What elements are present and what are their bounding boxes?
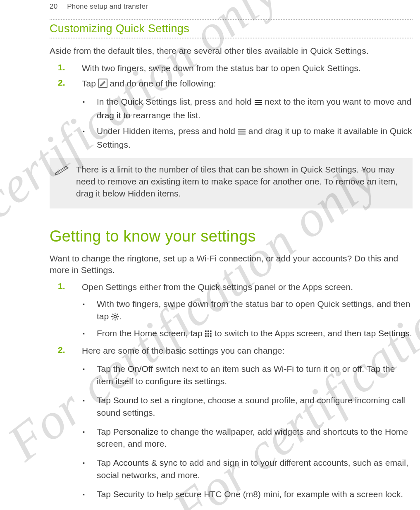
bullet: Tap Security to help secure HTC One (m8)… xyxy=(82,488,413,500)
drag-handle-icon xyxy=(254,97,262,109)
step-number: 1. xyxy=(50,281,82,340)
step-number: 2. xyxy=(50,78,82,151)
bullet: Tap Accounts & sync to add and sign in t… xyxy=(82,457,413,481)
step-1: 1. Open Settings either from the Quick s… xyxy=(50,281,413,340)
steps-list: 1. With two fingers, swipe down from the… xyxy=(50,62,413,151)
svg-rect-16 xyxy=(205,330,207,332)
text: Tap xyxy=(97,458,113,467)
text: Here are some of the basic settings you … xyxy=(82,346,284,355)
apps-grid-icon xyxy=(205,328,212,341)
intro-text: Want to change the ringtone, set up a Wi… xyxy=(50,253,413,275)
svg-rect-21 xyxy=(210,333,212,335)
text: and do one of the following: xyxy=(110,79,216,88)
bullet: With two fingers, swipe down from the st… xyxy=(82,298,413,324)
separator xyxy=(50,19,413,20)
text: Tap xyxy=(97,489,113,499)
svg-rect-17 xyxy=(208,330,209,332)
sub-bullets: Tap the On/Off switch next to an item su… xyxy=(82,363,413,500)
step-number: 1. xyxy=(50,62,82,74)
step-2: 2. Here are some of the basic settings y… xyxy=(50,345,413,500)
bullet: Tap Sound to set a ringtone, choose a so… xyxy=(82,394,413,419)
note-box: There is a limit to the number of tiles … xyxy=(50,158,413,208)
text: to help secure HTC One (m8) mini, for ex… xyxy=(145,489,403,499)
text: to switch to the Apps screen, and then t… xyxy=(215,328,378,338)
bold-sound: Sound xyxy=(113,395,138,405)
bullet: From the Home screen, tap to switch to t… xyxy=(82,327,413,341)
note-icon xyxy=(55,164,69,199)
svg-rect-23 xyxy=(208,335,209,337)
step-number: 2. xyxy=(50,345,82,500)
bullet: Tap Personalize to change the wallpaper,… xyxy=(82,426,413,450)
page-number: 20 xyxy=(50,2,57,10)
step-text: Tap and do one of the following: In the … xyxy=(82,78,413,151)
svg-line-13 xyxy=(117,318,118,319)
step-text: Open Settings either from the Quick sett… xyxy=(82,281,413,340)
svg-rect-20 xyxy=(208,333,209,335)
text: In the Quick Settings list, press and ho… xyxy=(97,97,254,106)
bold-security: Security xyxy=(113,489,145,499)
text: Open Settings either from the Quick sett… xyxy=(82,282,353,292)
text: Tap xyxy=(97,427,113,436)
heading-settings: Getting to know your settings xyxy=(50,227,413,245)
svg-rect-19 xyxy=(205,333,207,335)
sub-bullets: With two fingers, swipe down from the st… xyxy=(82,298,413,340)
step-text: Here are some of the basic settings you … xyxy=(82,345,413,500)
text: Tap xyxy=(82,79,98,88)
bullet: Under Hidden items, press and hold and d… xyxy=(82,125,413,151)
separator xyxy=(50,38,413,38)
svg-rect-24 xyxy=(210,335,212,337)
intro-text: Aside from the default tiles, there are … xyxy=(50,45,413,57)
svg-rect-0 xyxy=(99,79,107,87)
text: Tap xyxy=(97,395,113,405)
svg-line-14 xyxy=(112,318,113,319)
step-1: 1. With two fingers, swipe down from the… xyxy=(50,62,413,74)
step-text: With two fingers, swipe down from the st… xyxy=(82,62,361,74)
bullet: In the Quick Settings list, press and ho… xyxy=(82,96,413,122)
text: Tap the xyxy=(97,364,128,374)
heading-customizing: Customizing Quick Settings xyxy=(50,22,413,35)
svg-point-7 xyxy=(114,315,116,318)
page-header: 20 Phone setup and transfer xyxy=(50,0,413,11)
drag-handle-icon xyxy=(238,126,246,139)
text: Under Hidden items, press and hold xyxy=(97,126,238,136)
sub-bullets: In the Quick Settings list, press and ho… xyxy=(82,96,413,151)
bullet: Tap the On/Off switch next to an item su… xyxy=(82,363,413,388)
gear-icon xyxy=(111,311,119,324)
text: From the Home screen, tap xyxy=(97,328,205,338)
text: . xyxy=(410,328,412,338)
text: . xyxy=(119,311,122,321)
page-content: 20 Phone setup and transfer Customizing … xyxy=(0,0,420,500)
step-2: 2. Tap and do one of the following: In t… xyxy=(50,78,413,151)
section-name: Phone setup and transfer xyxy=(67,2,148,10)
bold-settings: Settings xyxy=(378,328,410,338)
text: to set a ringtone, choose a sound profil… xyxy=(97,395,405,417)
bold-onoff: On/Off xyxy=(128,364,153,374)
edit-icon xyxy=(98,79,107,91)
note-text: There is a limit to the number of tiles … xyxy=(76,164,406,199)
svg-line-15 xyxy=(117,314,118,315)
svg-rect-22 xyxy=(205,335,207,337)
svg-line-12 xyxy=(112,314,113,315)
bold-accounts: Accounts & sync xyxy=(113,458,177,467)
steps-list: 1. Open Settings either from the Quick s… xyxy=(50,281,413,500)
bold-personalize: Personalize xyxy=(113,427,159,436)
svg-rect-18 xyxy=(210,330,212,332)
text: With two fingers, swipe down from the st… xyxy=(97,299,410,321)
